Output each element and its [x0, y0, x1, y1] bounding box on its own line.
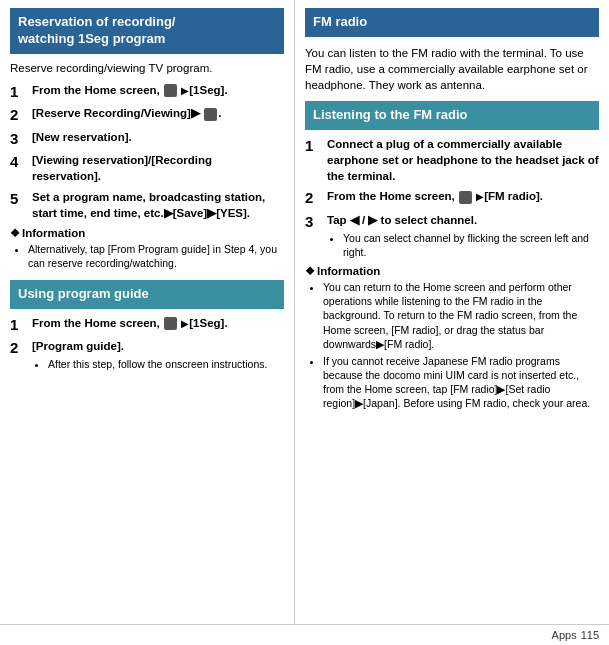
fm-info-header: Information	[305, 265, 599, 278]
page: Reservation of recording/ watching 1Seg …	[0, 0, 609, 645]
guide-step-text-2: [Program guide].	[32, 340, 124, 352]
program-guide-header: Using program guide	[10, 280, 284, 309]
guide-step-num-2: 2	[10, 338, 28, 371]
guide-steps: 1 From the Home screen, ▶[1Seg]. 2 [Prog…	[10, 315, 284, 371]
fm-radio-intro: You can listen to the FM radio with the …	[305, 45, 599, 93]
fm-radio-header: FM radio	[305, 8, 599, 37]
info-bullets-1: Alternatively, tap [From Program guide] …	[10, 242, 284, 270]
step-text-3: [New reservation].	[32, 129, 284, 149]
guide-step-sub: After this step, follow the onscreen ins…	[32, 357, 284, 371]
listen-step-3: 3 Tap ◀ / ▶ to select channel. You can s…	[305, 212, 599, 259]
reservation-info: Information Alternatively, tap [From Pro…	[10, 227, 284, 270]
fm-info-bullet-1: You can return to the Home screen and pe…	[323, 280, 599, 351]
reservation-header: Reservation of recording/ watching 1Seg …	[10, 8, 284, 54]
step-num-1: 1	[10, 82, 28, 102]
listen-step-text-2: From the Home screen, ▶[FM radio].	[327, 188, 599, 208]
fm-info-bullets: You can return to the Home screen and pe…	[305, 280, 599, 411]
footer-page-num: 115	[581, 629, 599, 641]
step-num-2: 2	[10, 105, 28, 125]
guide-step-1: 1 From the Home screen, ▶[1Seg].	[10, 315, 284, 335]
listening-header: Listening to the FM radio	[305, 101, 599, 130]
main-content: Reservation of recording/ watching 1Seg …	[0, 0, 609, 624]
listen-step-num-1: 1	[305, 136, 323, 184]
guide-step-text-1: From the Home screen, ▶[1Seg].	[32, 315, 284, 335]
step-text-1: From the Home screen, ▶[1Seg].	[32, 82, 284, 102]
listen-step-1: 1 Connect a plug of a commercially avail…	[305, 136, 599, 184]
listen-sub-item-1: You can select channel by flicking the s…	[343, 231, 599, 259]
info-header-1: Information	[10, 227, 284, 240]
guide-step-2: 2 [Program guide]. After this step, foll…	[10, 338, 284, 371]
guide-sub-item-1: After this step, follow the onscreen ins…	[48, 357, 284, 371]
step-num-5: 5	[10, 189, 28, 221]
step-1: 1 From the Home screen, ▶[1Seg].	[10, 82, 284, 102]
step-5: 5 Set a program name, broadcasting stati…	[10, 189, 284, 221]
reservation-intro: Reserve recording/viewing TV program.	[10, 60, 284, 76]
left-column: Reservation of recording/ watching 1Seg …	[0, 0, 295, 624]
fm-info: Information You can return to the Home s…	[305, 265, 599, 411]
listen-step-2: 2 From the Home screen, ▶[FM radio].	[305, 188, 599, 208]
info-bullet-1: Alternatively, tap [From Program guide] …	[28, 242, 284, 270]
reservation-steps: 1 From the Home screen, ▶[1Seg]. 2 [Rese…	[10, 82, 284, 221]
right-column: FM radio You can listen to the FM radio …	[295, 0, 609, 624]
step-text-2: [Reserve Recording/Viewing]▶ .	[32, 105, 284, 125]
step-text-5: Set a program name, broadcasting station…	[32, 189, 284, 221]
footer-apps-label: Apps	[552, 629, 577, 641]
fm-info-bullet-2: If you cannot receive Japanese FM radio …	[323, 354, 599, 411]
listen-step-text-1: Connect a plug of a commercially availab…	[327, 136, 599, 184]
listen-step-num-3: 3	[305, 212, 323, 259]
step-num-4: 4	[10, 152, 28, 184]
step-2: 2 [Reserve Recording/Viewing]▶ .	[10, 105, 284, 125]
listen-step-sub-3: You can select channel by flicking the s…	[327, 231, 599, 259]
listen-steps: 1 Connect a plug of a commercially avail…	[305, 136, 599, 259]
listen-step-text-3: Tap ◀ / ▶ to select channel.	[327, 214, 477, 226]
step-4: 4 [Viewing reservation]/[Recording reser…	[10, 152, 284, 184]
step-num-3: 3	[10, 129, 28, 149]
step-3: 3 [New reservation].	[10, 129, 284, 149]
page-footer: Apps 115	[0, 624, 609, 645]
guide-step-num-1: 1	[10, 315, 28, 335]
listen-step-num-2: 2	[305, 188, 323, 208]
step-text-4: [Viewing reservation]/[Recording reserva…	[32, 152, 284, 184]
